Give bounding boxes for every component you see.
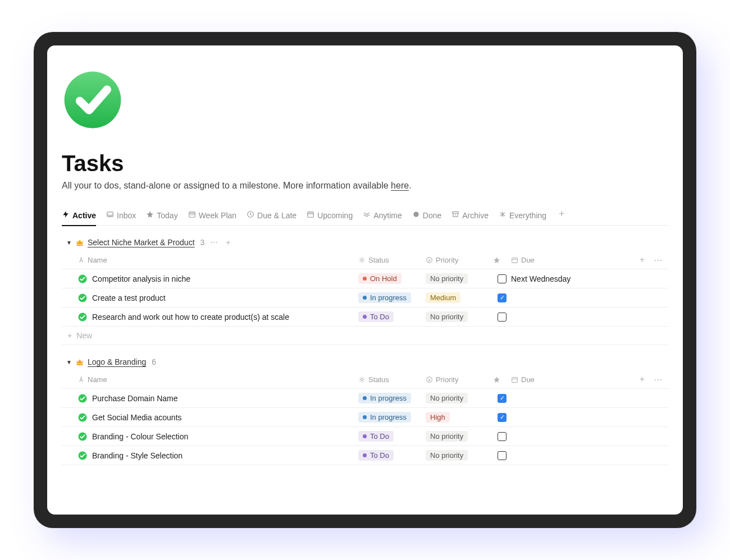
tab-archive[interactable]: Archive: [451, 207, 489, 226]
table-row[interactable]: Purchase Domain Name In progress No prio…: [62, 389, 668, 408]
tablet-frame: Tasks All your to dos, stand-alone or as…: [34, 32, 696, 528]
group-add[interactable]: +: [223, 238, 232, 247]
tab-label: Active: [72, 211, 96, 220]
star-checkbox[interactable]: ✓: [498, 293, 507, 302]
tab-everything[interactable]: Everything: [499, 207, 546, 226]
tab-upcoming[interactable]: Upcoming: [307, 207, 353, 226]
col-name[interactable]: Name: [77, 375, 358, 384]
priority-cell[interactable]: No priority: [426, 273, 493, 284]
star-checkbox[interactable]: ✓: [498, 413, 507, 422]
col-priority[interactable]: Priority: [426, 375, 493, 384]
star-checkbox[interactable]: [498, 274, 507, 283]
status-cell[interactable]: In progress: [358, 393, 426, 403]
tab-week-plan[interactable]: Week Plan: [188, 207, 236, 226]
tab-label: Anytime: [373, 211, 402, 220]
add-view-button[interactable]: +: [556, 208, 567, 223]
task-name-cell[interactable]: Get Social Media acounts: [77, 412, 358, 423]
star-checkbox[interactable]: [498, 432, 507, 441]
group-toggle[interactable]: ▼: [66, 240, 72, 246]
col-star[interactable]: [493, 376, 511, 383]
status-cell[interactable]: On Hold: [358, 273, 426, 284]
task-check-icon: [77, 432, 88, 442]
task-name-cell[interactable]: Research and work out how to create prod…: [77, 312, 358, 322]
priority-cell[interactable]: Medium: [426, 292, 493, 303]
priority-cell[interactable]: No priority: [426, 393, 493, 403]
col-star[interactable]: [493, 256, 511, 264]
col-menu[interactable]: ⋯: [654, 255, 663, 265]
task-name-cell[interactable]: Purchase Domain Name: [77, 393, 358, 403]
col-menu[interactable]: ⋯: [654, 374, 663, 385]
star-cell[interactable]: [493, 274, 511, 283]
tab-label: Upcoming: [317, 211, 353, 220]
tab-active[interactable]: Active: [62, 207, 96, 226]
group-name[interactable]: Select Niche Market & Product: [88, 238, 195, 247]
due-cell[interactable]: Next Wednesday: [511, 274, 629, 283]
col-due[interactable]: Due: [511, 375, 629, 384]
status-cell[interactable]: To Do: [358, 311, 426, 322]
task-name-cell[interactable]: Branding - Style Selection: [77, 451, 358, 461]
table-row[interactable]: Get Social Media acounts In progress Hig…: [62, 408, 668, 427]
tab-label: Everything: [509, 211, 546, 220]
status-cell[interactable]: To Do: [358, 450, 426, 461]
star-cell[interactable]: ✓: [493, 413, 511, 422]
col-status[interactable]: Status: [358, 375, 426, 384]
star-cell[interactable]: [493, 451, 511, 460]
star-checkbox[interactable]: [498, 313, 507, 322]
svg-rect-4: [308, 212, 314, 217]
col-status[interactable]: Status: [358, 256, 426, 264]
star-cell[interactable]: [493, 432, 511, 441]
calendar-week-icon: [188, 210, 196, 220]
group-name[interactable]: Logo & Branding: [88, 357, 146, 366]
task-check-icon: [77, 274, 88, 284]
status-cell[interactable]: In progress: [358, 412, 426, 423]
tab-today[interactable]: Today: [146, 207, 177, 226]
task-name-cell[interactable]: Branding - Colour Selection: [77, 432, 358, 442]
subtitle-text: All your to dos, stand-alone or assigned…: [62, 181, 391, 190]
status-cell[interactable]: In progress: [358, 292, 426, 303]
svg-point-5: [413, 212, 418, 217]
task-check-icon: [77, 393, 88, 403]
svg-rect-6: [453, 212, 459, 213]
priority-cell[interactable]: No priority: [426, 450, 493, 461]
page-subtitle: All your to dos, stand-alone or assigned…: [62, 181, 668, 191]
col-name[interactable]: Name: [77, 256, 358, 264]
task-name-cell[interactable]: Competitor analysis in niche: [77, 274, 358, 284]
tab-due-late[interactable]: Due & Late: [247, 207, 296, 226]
tab-inbox[interactable]: Inbox: [106, 207, 136, 226]
col-priority[interactable]: Priority: [426, 256, 493, 264]
table-row[interactable]: Branding - Colour Selection To Do No pri…: [62, 427, 668, 446]
new-label: New: [76, 331, 92, 340]
calendar-icon: [307, 210, 314, 220]
status-cell[interactable]: To Do: [358, 431, 426, 442]
priority-cell[interactable]: No priority: [426, 431, 493, 442]
group-count: 3: [200, 238, 205, 247]
star-checkbox[interactable]: [498, 451, 507, 460]
task-name-cell[interactable]: Create a test product: [77, 293, 358, 303]
wave-icon: [363, 210, 371, 220]
task-name: Competitor analysis in niche: [92, 274, 190, 283]
add-column[interactable]: +: [640, 255, 645, 265]
new-row-button[interactable]: +New: [62, 327, 668, 345]
tab-done[interactable]: Done: [412, 207, 441, 226]
task-name: Branding - Colour Selection: [92, 432, 188, 441]
tab-anytime[interactable]: Anytime: [363, 207, 402, 226]
group-toggle[interactable]: ▼: [66, 359, 72, 365]
priority-cell[interactable]: High: [426, 412, 493, 423]
bolt-icon: [62, 210, 70, 220]
star-cell[interactable]: [493, 313, 511, 322]
task-group: ▼ Logo & Branding 6 Name Status Priority…: [62, 357, 668, 465]
table-row[interactable]: Branding - Style Selection To Do No prio…: [62, 446, 668, 465]
table-row[interactable]: Create a test product In progress Medium…: [62, 288, 668, 307]
star-cell[interactable]: ✓: [493, 394, 511, 403]
table-row[interactable]: Competitor analysis in niche On Hold No …: [62, 269, 668, 288]
group-menu[interactable]: ⋯: [208, 238, 220, 247]
table-row[interactable]: Research and work out how to create prod…: [62, 307, 668, 327]
star-cell[interactable]: ✓: [493, 293, 511, 302]
col-due[interactable]: Due: [511, 256, 629, 264]
asterisk-icon: [499, 210, 507, 220]
add-column[interactable]: +: [640, 374, 645, 385]
star-checkbox[interactable]: ✓: [498, 394, 507, 403]
here-link[interactable]: here: [391, 181, 409, 190]
view-tabs: ActiveInboxTodayWeek PlanDue & LateUpcom…: [62, 206, 668, 226]
priority-cell[interactable]: No priority: [426, 311, 493, 322]
